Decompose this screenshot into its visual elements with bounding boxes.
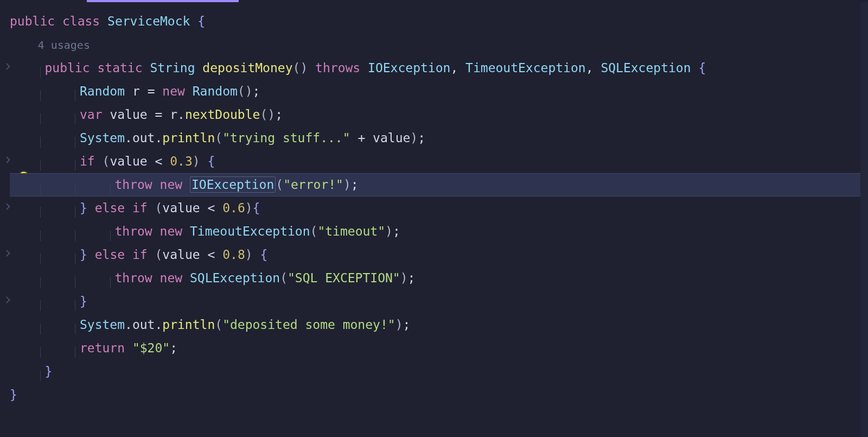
code-line[interactable]: } else if (value < 0.8) { [10,243,868,267]
code-line[interactable]: public class ServiceMock { [10,10,868,33]
method-name: depositMoney [202,61,292,75]
highlighted-line[interactable]: throw new IOException("error!"); [10,173,868,197]
fold-marker-icon[interactable] [3,203,10,210]
fold-marker-icon[interactable] [3,250,10,257]
usages-inlay-hint[interactable]: 4 usages [38,39,90,52]
code-line[interactable]: throw new TimeoutException("timeout"); [10,220,868,243]
code-editor[interactable]: 💡 public class ServiceMock { 4 usages pu… [0,2,868,437]
fold-marker-icon[interactable] [3,63,10,70]
code-line[interactable]: var value = r.nextDouble(); [10,103,868,126]
code-line[interactable]: return "$20"; [10,337,868,360]
code-area[interactable]: public class ServiceMock { 4 usages publ… [10,10,868,407]
code-line[interactable]: System.out.println("deposited some money… [10,313,868,337]
code-line[interactable]: } [10,383,868,407]
class-name: ServiceMock [107,14,190,28]
keyword-class: class [62,14,100,28]
selected-token[interactable]: IOException [190,176,276,193]
code-line[interactable]: if (value < 0.3) { [10,150,868,173]
inlay-hint-line[interactable]: 4 usages [10,33,868,56]
code-line[interactable]: throw new SQLException("SQL EXCEPTION"); [10,267,868,290]
fold-marker-icon[interactable] [3,296,10,303]
code-line[interactable]: System.out.println("trying stuff..." + v… [10,126,868,150]
code-line[interactable]: } [10,290,868,313]
code-line[interactable]: public static String depositMoney() thro… [10,56,868,80]
code-line[interactable]: Random r = new Random(); [10,80,868,103]
brace-open: { [197,14,205,28]
code-line[interactable]: } else if (value < 0.6){ [10,197,868,220]
code-line[interactable]: } [10,360,868,383]
fold-marker-icon[interactable] [3,156,10,163]
keyword-public: public [10,14,55,28]
folding-gutter[interactable] [0,2,11,437]
vertical-scrollbar[interactable] [860,2,868,437]
